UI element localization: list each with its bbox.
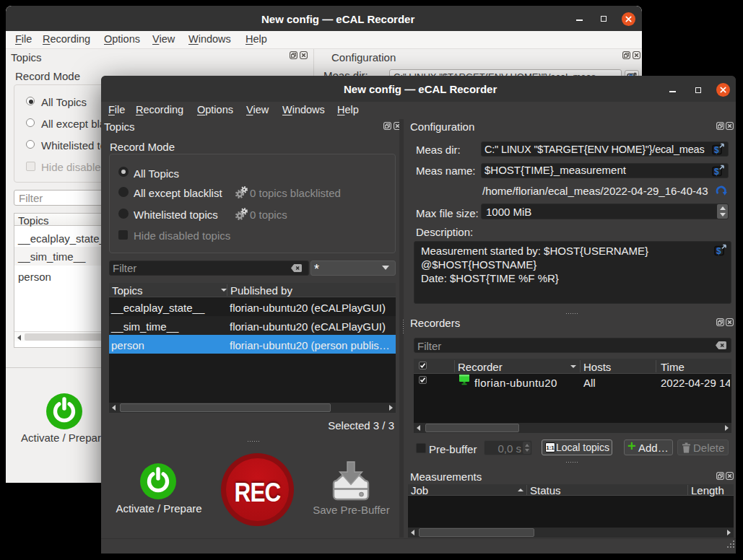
svg-text:$: $: [714, 144, 719, 154]
svg-text:$: $: [714, 166, 719, 176]
svg-text:$: $: [716, 246, 721, 256]
